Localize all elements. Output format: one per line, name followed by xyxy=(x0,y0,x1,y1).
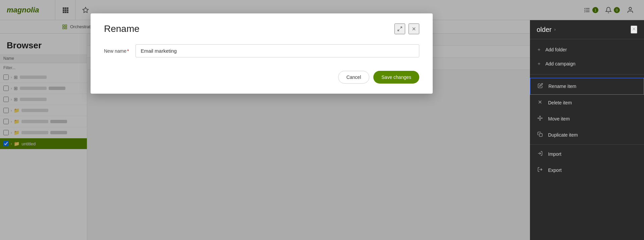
add-folder-button[interactable]: ＋ Add folder xyxy=(530,43,644,57)
panel-title: older xyxy=(537,26,551,34)
duplicate-item-label: Duplicate item xyxy=(548,132,578,138)
import-label: Import xyxy=(548,151,561,157)
dialog-body: New name* xyxy=(104,44,419,57)
svg-line-19 xyxy=(398,29,399,31)
svg-rect-28 xyxy=(539,134,542,137)
close-dialog-button[interactable] xyxy=(409,23,419,34)
rename-item-label: Rename item xyxy=(548,84,576,89)
new-name-input[interactable] xyxy=(136,44,419,57)
export-label: Export xyxy=(548,167,561,173)
cancel-button[interactable]: Cancel xyxy=(338,71,370,84)
dialog-title: Rename xyxy=(104,23,140,34)
move-item-label: Move item xyxy=(548,116,570,122)
add-campaign-icon: ＋ xyxy=(537,61,541,67)
pencil-icon xyxy=(537,83,544,90)
close-icon xyxy=(411,26,417,32)
dialog-footer: Cancel Save changes xyxy=(104,71,419,84)
import-button[interactable]: Import xyxy=(530,146,644,162)
expand-icon xyxy=(397,26,402,32)
rename-dialog: Rename New name* Cancel Save changes xyxy=(91,13,433,94)
expand-button[interactable] xyxy=(394,23,405,34)
save-button[interactable]: Save changes xyxy=(373,71,419,84)
rename-item-button[interactable]: Rename item xyxy=(530,78,644,95)
add-campaign-button[interactable]: ＋ Add campaign xyxy=(530,57,644,71)
panel-header: older › xyxy=(530,20,644,39)
divider xyxy=(530,144,644,145)
delete-item-label: Delete item xyxy=(548,100,572,105)
export-icon xyxy=(537,167,543,174)
duplicate-item-button[interactable]: Duplicate item xyxy=(530,127,644,143)
move-item-button[interactable]: Move item xyxy=(530,111,644,127)
import-icon xyxy=(537,151,543,157)
panel-close-icon xyxy=(631,26,637,32)
move-icon xyxy=(537,115,543,122)
panel-actions: Rename item Delete item Move item xyxy=(530,75,644,182)
x-icon xyxy=(537,99,543,106)
add-actions: ＋ Add folder ＋ Add campaign xyxy=(530,39,644,75)
svg-line-18 xyxy=(400,27,402,29)
delete-item-button[interactable]: Delete item xyxy=(530,95,644,111)
add-folder-label: Add folder xyxy=(545,47,567,52)
panel-close-button[interactable] xyxy=(631,26,637,34)
export-button[interactable]: Export xyxy=(530,162,644,178)
add-campaign-label: Add campaign xyxy=(545,61,576,66)
dialog-controls xyxy=(394,23,419,34)
field-label: New name* xyxy=(104,48,129,54)
required-marker: * xyxy=(127,48,129,54)
panel-chevron-icon: › xyxy=(554,27,555,32)
add-folder-icon: ＋ xyxy=(537,47,541,53)
right-panel: older › ＋ Add folder ＋ Add campaign xyxy=(530,20,644,240)
dialog-header: Rename xyxy=(104,23,419,34)
duplicate-icon xyxy=(537,132,543,138)
